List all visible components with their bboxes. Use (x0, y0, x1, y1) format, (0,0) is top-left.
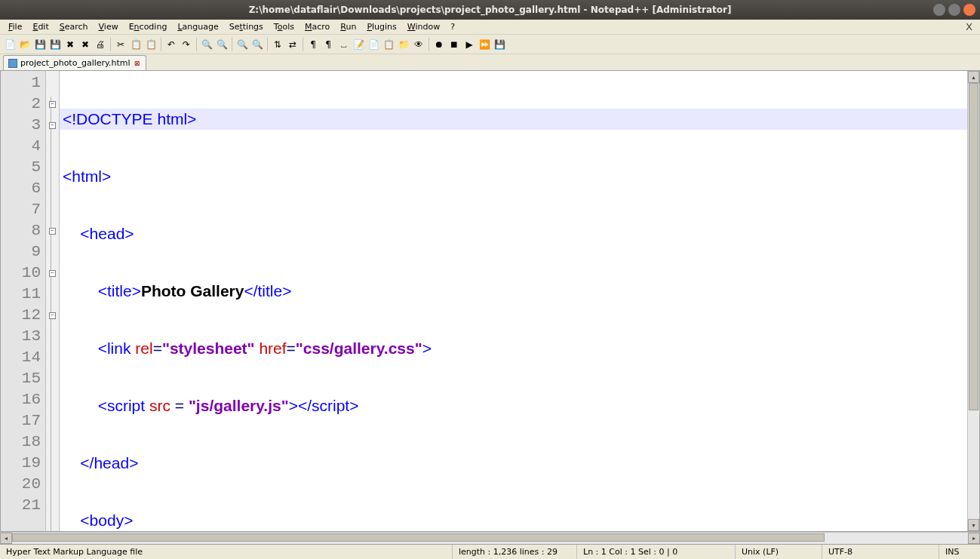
fold-toggle-icon[interactable]: − (49, 101, 56, 108)
sync-v-icon[interactable]: ⇅ (271, 38, 284, 51)
menu-macro[interactable]: Macro (300, 20, 335, 33)
horizontal-scrollbar[interactable]: ◂ ▸ (0, 532, 980, 544)
doc-map-icon[interactable]: 📄 (367, 38, 380, 51)
line-number: 6 (1, 178, 45, 199)
window-titlebar: Z:\home\dataflair\Downloads\projects\pro… (0, 0, 980, 20)
window-title: Z:\home\dataflair\Downloads\projects\pro… (3, 5, 977, 15)
scroll-thumb[interactable] (969, 83, 978, 410)
save-all-icon[interactable]: 💾 (48, 38, 62, 51)
scroll-up-icon[interactable]: ▴ (968, 71, 979, 83)
line-number: 10 (1, 263, 45, 284)
monitor-icon[interactable]: 👁 (412, 38, 425, 51)
line-number: 9 (1, 241, 45, 263)
tab-close-icon[interactable]: ⊠ (134, 60, 141, 67)
maximize-button[interactable] (948, 4, 960, 16)
status-length: length : 1,236 lines : 29 (453, 545, 577, 559)
status-language: Hyper Text Markup Language file (0, 545, 453, 559)
status-bar: Hyper Text Markup Language file length :… (0, 544, 980, 559)
scroll-track[interactable] (968, 83, 979, 519)
menu-language[interactable]: Language (172, 20, 223, 33)
line-number: 8 (1, 220, 45, 241)
line-number: 12 (1, 305, 45, 326)
folder-icon[interactable]: 📁 (397, 38, 410, 51)
undo-icon[interactable]: ↶ (164, 38, 178, 51)
menu-search[interactable]: Search (54, 20, 94, 33)
line-number: 7 (1, 199, 45, 220)
scroll-thumb[interactable] (12, 533, 825, 542)
line-number: 17 (1, 410, 45, 432)
close-button[interactable] (963, 4, 975, 16)
menu-file[interactable]: File (3, 20, 27, 33)
scroll-down-icon[interactable]: ▾ (968, 519, 979, 531)
line-number: 20 (1, 474, 45, 495)
toolbar-separator (196, 38, 197, 51)
line-number-gutter: 1 2 3 4 5 6 7 8 9 10 11 12 13 14 15 16 1… (1, 71, 46, 531)
save-icon[interactable]: 💾 (33, 38, 47, 51)
close-all-icon[interactable]: ✖ (78, 38, 92, 51)
menu-run[interactable]: Run (335, 20, 361, 33)
fold-toggle-icon[interactable]: − (49, 270, 56, 277)
file-tab-icon (8, 59, 17, 68)
lang-icon[interactable]: 📝 (352, 38, 365, 51)
new-file-icon[interactable]: 📄 (3, 38, 17, 51)
menu-edit[interactable]: Edit (27, 20, 54, 33)
zoom-in-icon[interactable]: 🔍 (235, 38, 249, 51)
redo-icon[interactable]: ↷ (180, 38, 193, 51)
menu-encoding[interactable]: Encoding (124, 20, 173, 33)
file-tab-label: project_photo_gallery.html (20, 58, 131, 68)
code-area[interactable]: <!DOCTYPE html> <html> <head> <title>Pho… (60, 71, 967, 531)
close-file-icon[interactable]: ✖ (63, 38, 77, 51)
status-eol[interactable]: Unix (LF) (736, 545, 822, 559)
status-encoding[interactable]: UTF-8 (822, 545, 939, 559)
menu-bar: File Edit Search View Encoding Language … (0, 20, 980, 35)
wordwrap-icon[interactable]: ¶ (306, 38, 320, 51)
sync-h-icon[interactable]: ⇄ (286, 38, 300, 51)
line-number: 13 (1, 326, 45, 347)
scroll-track[interactable] (12, 533, 968, 544)
file-tab[interactable]: project_photo_gallery.html ⊠ (3, 55, 146, 70)
toolbar-separator (110, 38, 111, 51)
print-icon[interactable]: 🖨 (94, 38, 107, 51)
menu-settings[interactable]: Settings (224, 20, 269, 33)
zoom-out-icon[interactable]: 🔍 (250, 38, 264, 51)
scroll-left-icon[interactable]: ◂ (0, 533, 12, 544)
play-macro-icon[interactable]: ▶ (462, 38, 476, 51)
save-macro-icon[interactable]: 💾 (493, 38, 506, 51)
fold-toggle-icon[interactable]: − (49, 228, 56, 235)
func-list-icon[interactable]: 📋 (382, 38, 395, 51)
record-macro-icon[interactable]: ⏺ (432, 38, 446, 51)
fold-toggle-icon[interactable]: − (49, 122, 56, 129)
line-number: 19 (1, 453, 45, 474)
menu-window[interactable]: Window (402, 20, 445, 33)
find-icon[interactable]: 🔍 (200, 38, 214, 51)
fold-column: − − − − − (46, 71, 60, 531)
show-chars-icon[interactable]: ¶ (321, 38, 335, 51)
stop-macro-icon[interactable]: ⏹ (447, 38, 461, 51)
menu-help[interactable]: ? (445, 20, 460, 33)
line-number: 21 (1, 495, 45, 516)
tab-close-x[interactable]: X (966, 21, 977, 32)
menu-tools[interactable]: Tools (269, 20, 300, 33)
window-controls (933, 4, 975, 16)
line-number: 11 (1, 284, 45, 305)
scroll-right-icon[interactable]: ▸ (968, 533, 980, 544)
status-insert-mode[interactable]: INS (939, 545, 980, 559)
play-multi-icon[interactable]: ⏩ (478, 38, 491, 51)
replace-icon[interactable]: 🔍 (215, 38, 229, 51)
menu-view[interactable]: View (94, 20, 124, 33)
line-number: 2 (1, 94, 45, 115)
fold-toggle-icon[interactable]: − (49, 312, 56, 319)
line-number: 3 (1, 115, 45, 136)
minimize-button[interactable] (933, 4, 945, 16)
line-number: 5 (1, 157, 45, 178)
indent-guide-icon[interactable]: ⎵ (336, 38, 350, 51)
paste-icon[interactable]: 📋 (144, 38, 158, 51)
vertical-scrollbar[interactable]: ▴ ▾ (967, 71, 979, 531)
line-number: 18 (1, 432, 45, 453)
menu-plugins[interactable]: Plugins (361, 20, 401, 33)
line-number: 16 (1, 389, 45, 410)
cut-icon[interactable]: ✂ (114, 38, 127, 51)
open-file-icon[interactable]: 📂 (18, 38, 32, 51)
toolbar-separator (267, 38, 268, 51)
copy-icon[interactable]: 📋 (129, 38, 143, 51)
